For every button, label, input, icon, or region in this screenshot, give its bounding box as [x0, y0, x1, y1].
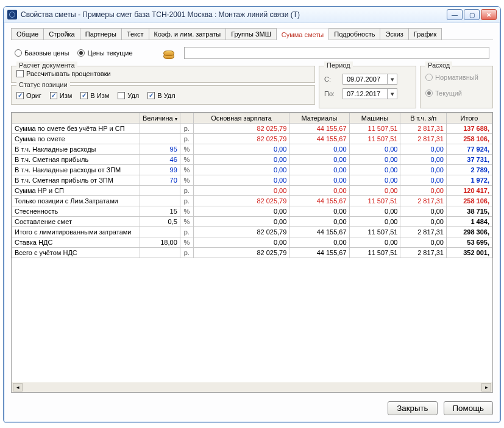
cell-total: 2 789, [447, 165, 492, 175]
checkbox-status-0[interactable]: Ориг [16, 92, 41, 99]
table-row[interactable]: Только позиции с Лим.Затратамир.82 025,7… [12, 196, 492, 206]
status-label: Ориг [26, 92, 41, 99]
tab-7[interactable]: Подробность [328, 28, 380, 40]
tab-0[interactable]: Общие [11, 28, 44, 40]
date-from-value: 09.07.2007 [343, 74, 387, 84]
tab-4[interactable]: Коэф. и лим. затраты [149, 28, 227, 40]
row-name: Стесненность [12, 206, 140, 217]
cell-value: 70 [140, 175, 180, 186]
app-icon [7, 10, 17, 19]
cell-materials: 0,00 [289, 165, 349, 175]
cell-machines: 0,00 [349, 186, 400, 196]
doc-legend: Расчет документа [16, 61, 77, 69]
cell-materials: 0,00 [289, 206, 349, 217]
checkbox-status-4[interactable]: В Удл [147, 92, 175, 99]
row-name: Составление смет [12, 217, 140, 227]
row-name: Ставка НДС [12, 237, 140, 248]
cell-unit: р. [180, 248, 193, 258]
close-dialog-button[interactable]: Закрыть [388, 401, 437, 415]
cell-unit: р. [180, 186, 193, 196]
window-title: Свойства сметы - Примеры смет база ТСН-2… [21, 10, 443, 19]
status-label: В Изм [90, 92, 109, 99]
col-header[interactable]: Основная зарплата [193, 113, 289, 124]
row-name: Итого с лимитированными затратами [12, 227, 140, 237]
cell-incl: 0,00 [400, 217, 447, 227]
cell-materials: 0,00 [289, 217, 349, 227]
tab-3[interactable]: Текст [121, 28, 149, 40]
checkbox-status-3[interactable]: Удл [118, 92, 139, 99]
col-header[interactable]: В т.ч. з/п [400, 113, 447, 124]
table-row[interactable]: Сумма НР и СПр.0,000,000,000,00120 417, [12, 186, 492, 196]
cell-materials: 0,00 [289, 155, 349, 165]
expense-group: Расход Нормативный Текущий [420, 66, 493, 108]
checkbox-status-1[interactable]: Изм [50, 92, 73, 99]
tab-2[interactable]: Партнеры [80, 28, 122, 40]
tab-9[interactable]: График [408, 28, 442, 40]
cell-unit: р. [180, 196, 193, 206]
radio-current-prices[interactable]: Цены текущие [77, 49, 132, 57]
tab-6[interactable]: Сумма сметы [276, 29, 329, 40]
cell-value: 99 [140, 165, 180, 175]
col-header[interactable]: Величина ▾ [140, 113, 180, 124]
table-row[interactable]: Сумма по сметер.82 025,7944 155,6711 507… [12, 134, 492, 144]
cell-machines: 11 507,51 [349, 196, 400, 206]
maximize-button[interactable]: ▢ [464, 9, 480, 20]
cell-incl: 0,00 [400, 144, 447, 155]
tab-8[interactable]: Эскиз [380, 28, 408, 40]
cell-materials: 44 155,67 [289, 248, 349, 258]
col-header[interactable]: Машины [349, 113, 400, 124]
coins-icon [162, 46, 176, 60]
table-row[interactable]: Сумма по смете без учёта НР и СПр.82 025… [12, 124, 492, 134]
cell-value: 95 [140, 144, 180, 155]
document-calc-group: Расчет документа Рассчитывать процентовк… [11, 66, 315, 83]
checkbox-calc-percent[interactable]: Рассчитывать процентовки [16, 70, 310, 77]
price-input[interactable] [184, 47, 489, 59]
scroll-right-icon[interactable]: ▸ [481, 383, 491, 391]
table-row[interactable]: Итого с лимитированными затратамир.82 02… [12, 227, 492, 237]
cell-machines: 0,00 [349, 206, 400, 217]
checkbox-status-2[interactable]: В Изм [80, 92, 109, 99]
close-button[interactable]: ✕ [481, 9, 497, 20]
horizontal-scrollbar[interactable]: ◂ ▸ [12, 382, 492, 392]
chevron-down-icon: ▾ [387, 74, 397, 84]
cell-incl: 2 817,31 [400, 248, 447, 258]
table-row[interactable]: В т.ч. Накладные расходы95%0,000,000,000… [12, 144, 492, 155]
help-button[interactable]: Помощь [444, 401, 493, 415]
cell-incl: 2 817,31 [400, 124, 447, 134]
expense-legend: Расход [425, 61, 452, 69]
cell-unit: % [180, 217, 193, 227]
col-header[interactable]: Итого [447, 113, 492, 124]
table-row[interactable]: Всего с учётом НДСр.82 025,7944 155,6711… [12, 248, 492, 258]
radio-base-prices[interactable]: Базовые цены [15, 49, 69, 57]
date-to-select[interactable]: 07.12.2017▾ [343, 88, 397, 99]
cell-value [140, 196, 180, 206]
date-from-select[interactable]: 09.07.2007▾ [343, 74, 397, 85]
table-row[interactable]: Стесненность15%0,000,000,000,0038 715, [12, 206, 492, 217]
table-row[interactable]: В т.ч. Накладные расходы от ЗПМ99%0,000,… [12, 165, 492, 175]
cell-salary: 0,00 [193, 206, 289, 217]
cell-unit: % [180, 165, 193, 175]
cell-materials: 44 155,67 [289, 124, 349, 134]
scroll-left-icon[interactable]: ◂ [13, 383, 23, 391]
period-from-label: С: [324, 75, 336, 83]
cell-unit: р. [180, 124, 193, 134]
col-header[interactable] [180, 113, 193, 124]
tab-bar: ОбщиеСтройкаПартнерыТекстКоэф. и лим. за… [11, 28, 493, 40]
cell-materials: 44 155,67 [289, 196, 349, 206]
tab-5[interactable]: Группы ЗМШ [225, 28, 277, 40]
cell-salary: 82 025,79 [193, 227, 289, 237]
cell-total: 137 688, [447, 124, 492, 134]
table-row[interactable]: В т.ч. Сметная прибыль46%0,000,000,000,0… [12, 155, 492, 165]
col-header[interactable] [12, 113, 140, 124]
cell-salary: 82 025,79 [193, 124, 289, 134]
table-row[interactable]: Ставка НДС18,00%0,000,000,000,0053 695, [12, 237, 492, 248]
tab-1[interactable]: Стройка [43, 28, 80, 40]
table-row[interactable]: В т.ч. Сметная прибыль от ЗПМ70%0,000,00… [12, 175, 492, 186]
data-grid[interactable]: Величина ▾Основная зарплатаМатериалыМаши… [11, 112, 493, 393]
minimize-button[interactable]: — [447, 9, 463, 20]
col-header[interactable]: Материалы [289, 113, 349, 124]
table-row[interactable]: Составление смет0,5%0,000,000,000,001 48… [12, 217, 492, 227]
period-legend: Период [324, 61, 353, 69]
cell-machines: 0,00 [349, 237, 400, 248]
cell-total: 38 715, [447, 206, 492, 217]
